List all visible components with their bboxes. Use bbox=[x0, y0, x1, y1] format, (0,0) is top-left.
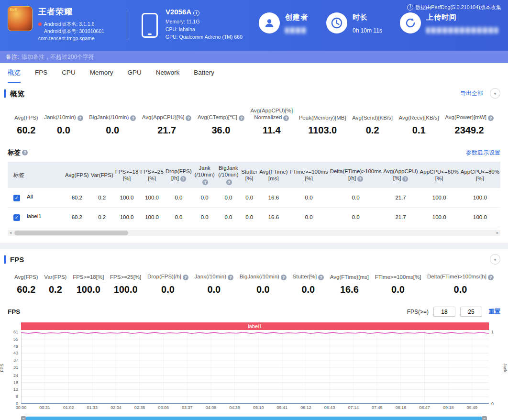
metric: BigJank(/10min)?0.0 bbox=[240, 273, 287, 295]
fps-section-header: FPS ▾ bbox=[0, 249, 508, 269]
y-tick-label: 61 bbox=[13, 330, 21, 334]
note-input[interactable]: 备注: 添加备注，不超过200个字符 bbox=[0, 51, 508, 63]
column-header: FPS>=18[%] bbox=[114, 162, 140, 188]
tab-CPU[interactable]: CPU bbox=[62, 63, 76, 83]
table-cell: 16.6 bbox=[258, 208, 288, 227]
info-icon[interactable]: ? bbox=[488, 275, 494, 280]
fps-chart[interactable]: FPS Jank 0612182431374349556101 bbox=[21, 332, 489, 404]
info-icon[interactable]: ? bbox=[283, 115, 289, 121]
tab-Network[interactable]: Network bbox=[156, 63, 180, 83]
game-info: 王者荣耀 Android版本名: 3.1.1.6 Android版本号: 301… bbox=[38, 6, 104, 42]
fps-metrics: Avg(FPS)60.2Var(FPS)0.2FPS>=18[%]100.0FP… bbox=[0, 269, 508, 295]
y-tick-label: 31 bbox=[13, 365, 21, 370]
metric-label: Avg(FPS) bbox=[14, 274, 38, 280]
metric-label: FPS>=25[%] bbox=[110, 274, 141, 280]
fps-chart-canvas[interactable] bbox=[21, 332, 489, 404]
row-checkbox[interactable]: ✓ bbox=[13, 214, 20, 221]
tab-Battery[interactable]: Battery bbox=[194, 63, 214, 83]
overview-title: 概览 bbox=[4, 89, 24, 98]
info-icon[interactable]: ? bbox=[202, 179, 208, 185]
creator-block: 创建者 bbox=[285, 13, 308, 33]
metric-value: 0.0 bbox=[161, 284, 175, 295]
tab-GPU[interactable]: GPU bbox=[128, 63, 142, 83]
x-tick-label: 06:12 bbox=[300, 405, 311, 410]
metric: Stutter[%]?0.0 bbox=[293, 273, 324, 295]
table-cell: 100.0 bbox=[139, 188, 165, 208]
info-icon[interactable]: ? bbox=[183, 275, 188, 280]
device-info: V2056Ai Memory: 11.1G CPU: lahaina GPU: … bbox=[166, 8, 243, 41]
duration-value: 0h 10m 11s bbox=[353, 27, 382, 34]
table-cell: 0.0 bbox=[329, 208, 383, 227]
x-tick-label: 07:14 bbox=[348, 405, 359, 410]
column-header: Drop(FPS)[/h]? bbox=[165, 162, 193, 188]
app-header: 5v5 王者荣耀 Android版本名: 3.1.1.6 Android版本号:… bbox=[0, 0, 508, 51]
metric: Avg(AppCPU)[%]Normalized?11.4 bbox=[251, 107, 293, 136]
info-icon[interactable]: ? bbox=[130, 115, 136, 121]
slider-bar[interactable] bbox=[25, 417, 483, 420]
scroll-right-icon[interactable]: ▸ bbox=[495, 230, 500, 236]
metric-value: 0.2 bbox=[366, 125, 379, 136]
tab-FPS[interactable]: FPS bbox=[35, 63, 47, 83]
tab-概览[interactable]: 概览 bbox=[8, 63, 21, 83]
x-tick-label: 04:08 bbox=[206, 405, 217, 410]
game-version-code: Android版本号: 301010601 bbox=[38, 28, 104, 35]
device-info-icon[interactable]: i bbox=[193, 10, 199, 16]
param-settings-link[interactable]: 参数显示设置 bbox=[466, 149, 500, 157]
metric-label: Avg(FPS) bbox=[14, 114, 38, 121]
slider-handle-right[interactable] bbox=[482, 416, 487, 420]
x-tick-label: 03:37 bbox=[182, 405, 193, 410]
metric-label: FPS>=18[%] bbox=[73, 274, 104, 280]
table-cell: 0.0 bbox=[193, 208, 217, 227]
fps-threshold-input-2[interactable] bbox=[460, 307, 482, 317]
info-icon[interactable]: ? bbox=[488, 115, 494, 121]
fps-threshold-input-1[interactable] bbox=[433, 307, 455, 317]
table-cell: 100.0 bbox=[460, 188, 500, 208]
chart-range-slider[interactable] bbox=[21, 416, 487, 420]
x-tick-label: 09:18 bbox=[443, 405, 454, 410]
note-placeholder: 添加备注，不超过200个字符 bbox=[22, 53, 94, 61]
metric-value: 0.0 bbox=[454, 284, 467, 295]
table-cell: 0.0 bbox=[217, 188, 241, 208]
tab-Memory[interactable]: Memory bbox=[90, 63, 113, 83]
info-icon[interactable]: ? bbox=[357, 176, 363, 182]
x-tick-label: 05:10 bbox=[253, 405, 264, 410]
info-icon[interactable]: ? bbox=[281, 275, 287, 280]
table-cell: 0.0 bbox=[165, 208, 193, 227]
info-icon[interactable]: ? bbox=[186, 115, 191, 121]
export-all-link[interactable]: 导出全部 bbox=[460, 89, 483, 98]
overview-collapse-button[interactable]: ▾ bbox=[490, 88, 500, 99]
metric: Jank(/10min)?0.0 bbox=[44, 114, 83, 136]
row-checkbox[interactable]: ✓ bbox=[13, 195, 20, 201]
info-icon[interactable]: ? bbox=[180, 176, 186, 182]
scroll-left-icon[interactable]: ◂ bbox=[8, 230, 13, 236]
scrollbar-thumb[interactable] bbox=[14, 231, 128, 235]
info-icon[interactable]: ? bbox=[402, 176, 408, 182]
upload-time-icon bbox=[400, 12, 421, 33]
labels-title: 标签 bbox=[8, 148, 21, 157]
reset-button[interactable]: 重置 bbox=[489, 308, 500, 316]
info-icon[interactable]: ? bbox=[226, 179, 232, 185]
metric-value: 60.2 bbox=[17, 284, 35, 295]
metric-value: 1103.0 bbox=[308, 125, 337, 136]
info-icon[interactable]: ? bbox=[22, 150, 28, 155]
info-icon[interactable]: ? bbox=[318, 275, 324, 280]
table-cell: 0.0 bbox=[329, 188, 383, 208]
x-tick-label: 08:16 bbox=[396, 405, 407, 410]
slider-handle-left[interactable] bbox=[21, 416, 26, 420]
column-header: 标签 bbox=[8, 162, 64, 188]
fps-chart-subtitle: FPS bbox=[8, 308, 20, 315]
fps-collapse-button[interactable]: ▾ bbox=[490, 254, 500, 265]
metric-value: 0.0 bbox=[57, 125, 70, 136]
column-header: BigJank(/10min)? bbox=[217, 162, 241, 188]
labels-subheader: 标签 ? 参数显示设置 bbox=[0, 148, 508, 157]
duration-block: 时长 0h 10m 11s bbox=[353, 13, 382, 34]
table-cell: 100.0 bbox=[419, 188, 460, 208]
info-icon[interactable]: ? bbox=[228, 275, 233, 280]
table-cell: 21.7 bbox=[383, 208, 419, 227]
upload-label: 上传时间 bbox=[426, 13, 498, 22]
y-tick-label: 12 bbox=[13, 387, 21, 392]
info-icon[interactable]: ? bbox=[77, 115, 83, 121]
info-icon[interactable]: ? bbox=[239, 115, 244, 121]
y-tick-label: 37 bbox=[13, 358, 21, 363]
table-hscrollbar[interactable]: ◂ ▸ bbox=[8, 230, 500, 236]
